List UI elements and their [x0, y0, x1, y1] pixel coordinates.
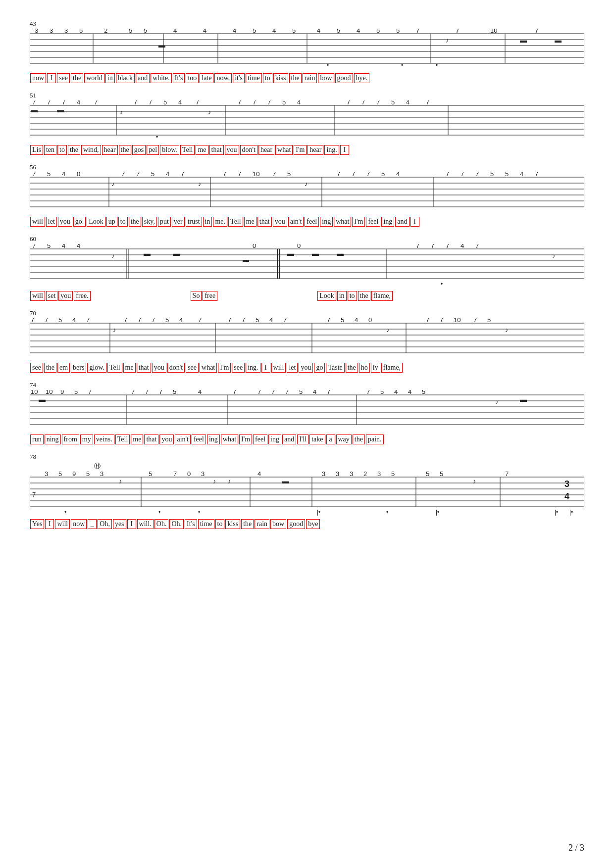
- lyric-feel2: feel: [366, 217, 380, 227]
- svg-text:7: 7: [475, 172, 479, 178]
- svg-text:♪: ♪: [113, 326, 116, 334]
- svg-text:5: 5: [58, 470, 62, 478]
- measure-number-70: 70: [30, 309, 584, 317]
- svg-text:7: 7: [285, 390, 289, 395]
- svg-text:5: 5: [391, 470, 395, 478]
- lyric-the8: the: [241, 519, 254, 529]
- svg-text:5: 5: [487, 318, 491, 324]
- svg-text:7: 7: [196, 100, 199, 106]
- lyric-go: go.: [73, 217, 86, 227]
- lyric-to: to: [263, 73, 272, 83]
- svg-text:5: 5: [337, 29, 340, 34]
- svg-text:3: 3: [336, 470, 339, 478]
- lyric-the5: the: [44, 363, 56, 373]
- svg-text:4: 4: [77, 244, 80, 249]
- svg-text:4: 4: [408, 390, 411, 395]
- lyric-way: way: [336, 434, 352, 444]
- svg-text:7: 7: [366, 390, 370, 395]
- lyric-a: a: [326, 434, 335, 444]
- svg-text:▬: ▬: [520, 395, 527, 403]
- svg-text:▬: ▬: [243, 256, 249, 263]
- measure-number-78: 78: [30, 453, 584, 461]
- svg-text:♪: ♪: [305, 180, 308, 188]
- svg-text:5: 5: [149, 470, 152, 478]
- svg-text:7: 7: [233, 390, 236, 395]
- lyric-see3: see: [232, 363, 245, 373]
- lyric-see: see: [57, 73, 70, 83]
- lyric-late: late: [200, 73, 213, 83]
- svg-text:5: 5: [282, 100, 286, 106]
- lyric-to2: to: [348, 291, 357, 301]
- lyrics-row-56: will let you go. Look up to the sky, put…: [30, 216, 584, 230]
- svg-text:5: 5: [381, 172, 385, 178]
- lyric-the3: the: [129, 217, 141, 227]
- section-56: 56 7 5 4 0 7 7 5 4 7 7 7 10 7 5 7 7 7: [30, 163, 584, 230]
- lyric-im3: I'm: [218, 363, 231, 373]
- lyric-you3: you: [152, 363, 166, 373]
- dynamic-mark-p: Ⓗ: [94, 462, 101, 471]
- lyric-will4: will: [55, 519, 70, 529]
- lyric-me2: me.: [213, 217, 227, 227]
- svg-text:10: 10: [454, 318, 460, 324]
- lyric-ing: ing.: [324, 145, 339, 155]
- lyric-you4: you: [299, 363, 313, 373]
- lyric-what3: what: [200, 363, 217, 373]
- svg-text:|•: |•: [569, 509, 573, 516]
- svg-text:7: 7: [88, 390, 92, 395]
- svg-text:♪: ♪: [505, 326, 509, 334]
- lyric-that4: that: [144, 434, 158, 444]
- lyric-time2: time: [198, 519, 214, 529]
- lyric-hear: hear: [102, 145, 118, 155]
- svg-text:♪: ♪: [495, 398, 499, 405]
- measure-number-60: 60: [30, 235, 584, 243]
- svg-text:0: 0: [368, 318, 372, 324]
- svg-text:♪: ♪: [111, 180, 115, 188]
- svg-text:4: 4: [198, 390, 202, 395]
- tab-staff-51: 7 7 7 4 7 7 7 5 4 7 7 7 7 5 4 7 7 7 5 4 …: [30, 100, 584, 143]
- lyric-and2: and: [282, 434, 296, 444]
- lyric-go2: go: [314, 363, 325, 373]
- svg-text:7: 7: [426, 318, 429, 324]
- lyric-look2: Look: [317, 291, 336, 301]
- svg-text:♪: ♪: [386, 326, 390, 334]
- svg-text:|•: |•: [555, 509, 558, 516]
- lyric-will2: will: [30, 291, 45, 301]
- svg-text:7: 7: [460, 172, 464, 178]
- svg-text:4: 4: [357, 29, 360, 34]
- svg-text:7: 7: [416, 29, 419, 34]
- lyric-let: let: [46, 217, 57, 227]
- lyric-its3: It's: [185, 519, 197, 529]
- lyric-good: good: [335, 73, 353, 83]
- lyric-trust: trust: [186, 217, 202, 227]
- lyric-blow: blow.: [160, 145, 179, 155]
- svg-text:7: 7: [352, 172, 355, 178]
- lyric-its2: it's: [233, 73, 245, 83]
- svg-text:7: 7: [337, 172, 340, 178]
- lyric-time: time: [246, 73, 262, 83]
- svg-text:5: 5: [490, 172, 494, 178]
- lyric-white: white.: [151, 73, 172, 83]
- svg-text:▬: ▬: [555, 36, 562, 44]
- lyric-the7: the: [353, 434, 365, 444]
- svg-text:5: 5: [396, 29, 400, 34]
- lyric-ing2: ing: [320, 217, 333, 227]
- lyric-taste: Taste: [326, 363, 344, 373]
- lyric-ing5: ing: [207, 434, 220, 444]
- lyrics-row-78: Yes I will now _ Oh, yes I will. Oh. Oh.…: [30, 519, 584, 532]
- svg-text:▬: ▬: [520, 36, 527, 44]
- lyric-tell: Tell: [180, 145, 195, 155]
- svg-text:7: 7: [431, 244, 434, 249]
- svg-text:7: 7: [376, 100, 380, 106]
- svg-text:9: 9: [60, 390, 64, 395]
- section-60: 60 7 5 4 4 ♪ ▬ ▬ 0 0 ▬ ▬: [30, 235, 584, 304]
- lyric-my: my: [80, 434, 93, 444]
- svg-text:♪: ♪: [228, 478, 231, 485]
- svg-text:5: 5: [79, 29, 83, 34]
- lyric-ill: I'll: [297, 434, 308, 444]
- measure-number-56: 56: [30, 163, 584, 171]
- section-74: 74 10 10 9 5 7 ▬ 7 7 7 5 4 7 7 7: [30, 381, 584, 448]
- lyric-kiss2: kiss: [225, 519, 240, 529]
- svg-text:7: 7: [426, 100, 429, 106]
- svg-text:7: 7: [535, 172, 538, 178]
- lyric-oh2: Oh.: [154, 519, 169, 529]
